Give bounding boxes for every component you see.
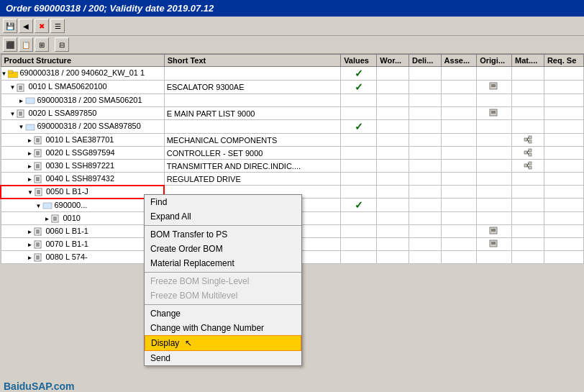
toolbar-btn-2[interactable]: 📋 [19,37,33,52]
toolbar-btn-save[interactable]: 💾 [3,19,17,33]
req-cell [544,199,583,212]
tree-expand-icon[interactable]: ► [27,229,33,235]
orig-cell [477,107,512,120]
tree-expand-icon[interactable]: ► [27,242,33,248]
wor-cell [377,81,409,94]
asse-cell [441,225,477,238]
table-row[interactable]: ►0010 L SAE387701MECHANICAL COMPONENTS [1,134,584,147]
svg-rect-9 [26,98,35,104]
orig-cell [477,251,512,264]
values-cell [341,147,377,160]
req-cell [544,173,583,186]
tree-expand-icon[interactable]: ▼ [10,111,16,117]
mat-cell [512,225,544,238]
node-icon [17,109,27,118]
context-menu-item-material_replacement[interactable]: Material Replacement [145,256,301,270]
toolbar-area: 💾 ◀ ✖ ☰ [0,17,584,36]
context-menu-item-freeze_multi: Freeze BOM Multilevel [145,288,301,303]
second-toolbar: ⬛ 📋 ⊞ ⊟ [0,36,584,54]
table-row[interactable]: ▼0020 L SSA897850E MAIN PART LIST 9000 [1,107,584,120]
row-label: 0070 L B1-1 [45,240,88,248]
mat-cell [512,94,544,107]
svg-rect-23 [529,136,531,139]
table-row[interactable]: ►0040 L SSH897432REGULATED DRIVE [1,173,584,186]
svg-rect-42 [529,166,531,169]
req-cell [544,107,583,120]
node-icon [34,227,44,236]
col-header-asse: Asse... [441,55,477,67]
wor-cell [377,173,409,186]
toolbar-btn-back[interactable]: ◀ [19,19,33,33]
row-label: 0020 L SSA897850 [28,109,96,117]
tree-expand-icon[interactable]: ▼ [27,189,33,196]
toolbar-btn-4[interactable]: ⊟ [55,37,69,52]
table-row[interactable]: ►690000318 / 200 SMA506201 [1,94,584,107]
context-menu-item-change_with_number[interactable]: Change with Change Number [145,321,301,335]
short-text-cell: CONTROLLER - SET 9000 [164,147,340,160]
tree-expand-icon[interactable]: ► [27,176,33,183]
col-header-short: Short Text [164,55,340,67]
mat-cell [512,212,544,225]
node-icon [34,240,44,249]
table-row[interactable]: ▼690000318 / 200 940602_KW_01 1✓ [1,67,584,81]
deli-cell [409,120,441,134]
table-row[interactable]: ▼0010 L SMA50620100ESCALATOR 9300AE✓ [1,81,584,94]
col-header-deli: Deli... [409,55,441,67]
tree-expand-icon[interactable]: ► [27,150,33,157]
tree-expand-icon[interactable]: ► [27,163,33,170]
node-icon [25,96,35,105]
values-cell [341,238,377,251]
values-cell [341,134,377,147]
table-row[interactable]: ▼690000318 / 200 SSA897850✓ [1,120,584,134]
context-menu-item-change[interactable]: Change [145,306,301,321]
values-cell: ✓ [341,199,377,212]
asse-cell [441,147,477,160]
context-menu-separator [145,304,301,305]
orig-cell [477,212,512,225]
context-menu: FindExpand AllBOM Transfer to PSCreate O… [144,194,302,366]
table-row[interactable]: ►0030 L SSH897221TRANSMITTER AND DIREC.I… [1,160,584,173]
toolbar-btn-1[interactable]: ⬛ [3,37,17,52]
context-menu-item-expand_all[interactable]: Expand All [145,209,301,224]
tree-expand-icon[interactable]: ► [27,137,33,144]
orig-cell [477,173,512,186]
svg-rect-22 [524,138,527,141]
tree-expand-icon[interactable]: ▼ [36,203,42,209]
toolbar-btn-exit[interactable]: ✖ [35,19,49,33]
tree-expand-icon[interactable]: ► [27,255,33,261]
node-icon [25,123,35,132]
tree-expand-icon[interactable]: ▼ [19,124,24,130]
short-text-cell: REGULATED DRIVE [164,173,340,186]
deli-cell [409,147,441,160]
context-menu-item-display[interactable]: Display↖ [145,335,301,351]
tree-expand-icon[interactable]: ► [19,98,24,104]
short-text-cell: E MAIN PART LIST 9000 [164,107,340,120]
toolbar-btn-3[interactable]: ⊞ [35,37,49,52]
mat-cell [512,134,544,147]
tree-expand-icon[interactable]: ► [45,216,50,222]
svg-rect-33 [529,153,531,156]
orig-cell [477,120,512,134]
node-icon [42,201,53,210]
toolbar-btn-menu[interactable]: ☰ [50,19,65,33]
row-label: 0080 L 574- [45,252,87,261]
table-row[interactable]: ►0020 L SSG897594CONTROLLER - SET 9000 [1,147,584,160]
svg-line-44 [527,165,529,168]
row-label: 0050 L B1-J [46,187,88,196]
short-text-cell: ESCALATOR 9300AE [164,81,340,94]
deli-cell [409,173,441,186]
context-menu-item-create_order_bom[interactable]: Create Order BOM [145,242,301,256]
tree-expand-icon[interactable]: ▼ [10,84,16,91]
mat-cell [512,251,544,264]
wor-cell [377,251,409,264]
tree-expand-icon[interactable]: ▼ [1,70,7,77]
wor-cell [377,147,409,160]
context-menu-item-find[interactable]: Find [145,195,301,209]
main-content: Product Structure Short Text Values Wor.… [0,54,584,392]
row-label: 0060 L B1-1 [45,227,88,235]
deli-cell [409,134,441,147]
row-label: 0040 L SSH897432 [45,174,114,183]
col-header-wor: Wor... [377,55,409,67]
context-menu-item-bom_transfer[interactable]: BOM Transfer to PS [145,227,301,242]
context-menu-item-send[interactable]: Send [145,351,301,365]
